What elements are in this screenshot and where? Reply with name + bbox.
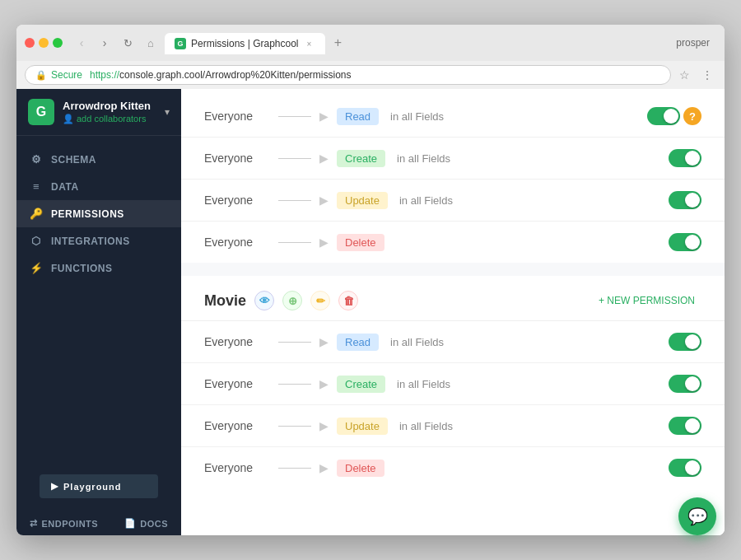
perm-badge-create[interactable]: Create — [337, 376, 385, 393]
arrow-head: ▶ — [319, 194, 329, 207]
toggle-area — [669, 333, 701, 351]
sidebar-item-label-schema: SCHEMA — [51, 154, 96, 166]
question-badge: ? — [683, 107, 701, 125]
perm-suffix: in all Fields — [397, 152, 450, 165]
new-permission-button[interactable]: + NEW PERMISSION — [592, 292, 701, 310]
perm-suffix: in all Fields — [397, 378, 450, 390]
add-collaborators-link[interactable]: 👤add collaborators — [63, 114, 156, 124]
arrow-head: ▶ — [319, 236, 329, 249]
sidebar-item-schema[interactable]: ⚙ SCHEMA — [16, 146, 181, 173]
home-button[interactable]: ⌂ — [142, 34, 160, 52]
sidebar: G Arrowdrop Kitten 👤add collaborators ▾ … — [16, 89, 181, 535]
toggle-read-1[interactable] — [647, 107, 680, 125]
add-icon-button[interactable]: ⊕ — [282, 291, 302, 310]
movie-label: Movie — [204, 292, 246, 310]
toggle-create-1[interactable] — [669, 149, 701, 167]
secure-icon: 🔒 — [35, 70, 47, 81]
toggle-knob — [685, 460, 700, 475]
sidebar-nav: ⚙ SCHEMA ≡ DATA 🔑 PERMISSIONS ⬡ INTEGRAT… — [16, 136, 181, 468]
edit-icon-button[interactable]: ✏ — [310, 291, 330, 310]
permission-row-delete-1: Everyone ▶ Delete — [181, 222, 725, 263]
perm-subject: Everyone — [204, 110, 270, 123]
sidebar-header: G Arrowdrop Kitten 👤add collaborators ▾ — [16, 89, 181, 136]
tab-favicon: G — [175, 38, 186, 49]
permission-row-create-1: Everyone ▶ Create in all Fields — [181, 138, 725, 180]
toggle-delete-1[interactable] — [669, 233, 701, 251]
chat-fab[interactable]: 💬 — [678, 497, 716, 535]
project-chevron[interactable]: ▾ — [165, 106, 170, 118]
toggle-update-1[interactable] — [669, 191, 701, 209]
forward-button[interactable]: › — [96, 34, 114, 52]
sidebar-project[interactable]: Arrowdrop Kitten 👤add collaborators — [63, 100, 156, 124]
sidebar-item-label-functions: FUNCTIONS — [51, 263, 113, 274]
toggle-movie-create[interactable] — [669, 375, 701, 393]
first-section: Everyone ▶ Read in all Fields ? — [181, 89, 725, 263]
movie-type-name: Movie 👁 ⊕ ✏ 🗑 — [204, 291, 358, 310]
perm-subject: Everyone — [204, 335, 270, 348]
playground-section: ▶ Playground — [16, 468, 181, 511]
toggle-area — [669, 417, 701, 435]
sidebar-item-label-data: DATA — [51, 181, 79, 193]
view-icon-button[interactable]: 👁 — [254, 291, 274, 310]
perm-suffix: in all Fields — [399, 194, 453, 207]
url-domain: console.graph.cool/Arrowdrop%20Kitten/pe… — [119, 69, 351, 81]
bookmark-button[interactable]: ☆ — [678, 67, 692, 83]
perm-badge-delete[interactable]: Delete — [337, 234, 384, 251]
perm-suffix: in all Fields — [390, 336, 444, 348]
tab-close-button[interactable]: × — [304, 38, 315, 49]
perm-badge-create[interactable]: Create — [337, 150, 385, 167]
https-part: https:// — [90, 69, 119, 81]
sidebar-item-permissions[interactable]: 🔑 PERMISSIONS — [16, 200, 181, 227]
docs-icon: 📄 — [124, 518, 137, 529]
perm-badge-read[interactable]: Read — [337, 108, 379, 125]
playground-button[interactable]: ▶ Playground — [40, 474, 158, 498]
endpoints-label: ENDPOINTS — [42, 519, 99, 529]
browser-chrome: ‹ › ↻ ⌂ G Permissions | Graphcool × + pr… — [16, 25, 725, 61]
endpoints-link[interactable]: ⇄ ENDPOINTS — [30, 518, 98, 529]
toggle-area — [669, 233, 701, 251]
close-traffic-light[interactable] — [25, 38, 35, 48]
chat-fab-button[interactable]: 💬 — [678, 497, 716, 535]
toggle-knob — [664, 109, 678, 124]
sidebar-item-data[interactable]: ≡ DATA — [16, 173, 181, 200]
browser-menu-button[interactable]: ⋮ — [698, 67, 716, 83]
toggle-movie-update[interactable] — [669, 417, 701, 435]
arrow-line — [278, 342, 311, 343]
perm-subject: Everyone — [204, 236, 270, 249]
data-icon: ≡ — [30, 180, 43, 193]
schema-icon: ⚙ — [30, 153, 43, 166]
endpoints-icon: ⇄ — [30, 518, 38, 529]
arrow-line — [278, 426, 311, 427]
movie-permissions: Everyone ▶ Read in all Fields Ev — [181, 321, 725, 488]
perm-badge-update[interactable]: Update — [337, 192, 388, 209]
integrations-icon: ⬡ — [30, 235, 43, 247]
refresh-button[interactable]: ↻ — [119, 34, 137, 52]
toggle-area: ? — [647, 107, 701, 125]
perm-badge-delete[interactable]: Delete — [337, 460, 384, 477]
maximize-traffic-light[interactable] — [53, 38, 63, 48]
playground-icon: ▶ — [51, 481, 58, 492]
perm-suffix: in all Fields — [390, 110, 444, 123]
arrow-line — [278, 242, 311, 243]
toggle-knob — [685, 418, 700, 433]
toggle-movie-delete[interactable] — [669, 459, 701, 477]
docs-link[interactable]: 📄 DOCS — [124, 518, 168, 529]
perm-badge-update[interactable]: Update — [337, 418, 388, 435]
sidebar-item-functions[interactable]: ⚡ FUNCTIONS — [16, 254, 181, 282]
delete-icon-button[interactable]: 🗑 — [338, 291, 358, 310]
movie-permission-row-create: Everyone ▶ Create in all Fields — [181, 363, 725, 405]
new-tab-button[interactable]: + — [327, 31, 350, 54]
active-tab[interactable]: G Permissions | Graphcool × — [165, 33, 325, 54]
back-button[interactable]: ‹ — [72, 34, 91, 52]
secure-label: Secure — [51, 69, 82, 81]
perm-badge-read[interactable]: Read — [337, 334, 379, 351]
address-bar[interactable]: 🔒 Secure https://console.graph.cool/Arro… — [25, 65, 671, 85]
toggle-area — [669, 459, 701, 477]
arrow-head: ▶ — [319, 461, 329, 474]
movie-section-header: Movie 👁 ⊕ ✏ 🗑 + NEW PERMISSION — [181, 276, 725, 321]
toggle-movie-read[interactable] — [669, 333, 701, 351]
sidebar-item-integrations[interactable]: ⬡ INTEGRATIONS — [16, 227, 181, 254]
toggle-knob — [685, 334, 700, 349]
minimize-traffic-light[interactable] — [39, 38, 49, 48]
playground-label: Playground — [63, 482, 122, 492]
